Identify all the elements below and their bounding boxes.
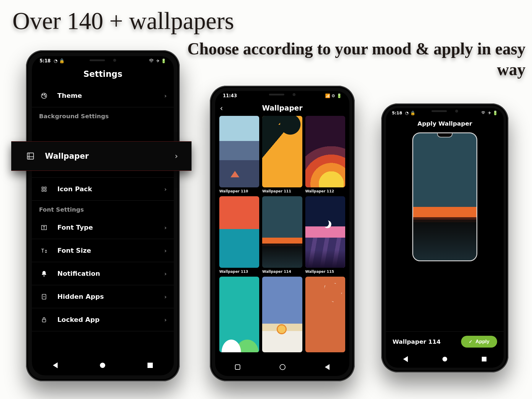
apply-button-label: Apply xyxy=(476,339,489,345)
chevron-right-icon: › xyxy=(175,152,178,160)
marketing-subline: Choose according to your mood & apply in… xyxy=(180,38,525,80)
wallpaper-card[interactable] xyxy=(305,277,345,354)
svg-point-0 xyxy=(41,93,47,98)
apply-button[interactable]: ✓ Apply xyxy=(461,336,497,348)
marketing-headline: Over 140 + wallpapers xyxy=(12,7,234,35)
row-label: Theme xyxy=(57,92,82,99)
row-hidden[interactable]: Hidden Apps › xyxy=(32,285,174,308)
svg-rect-13 xyxy=(27,153,34,159)
check-icon: ✓ xyxy=(469,339,473,344)
wallpaper-label: Wallpaper 114 xyxy=(262,270,302,274)
wallpaper-thumb xyxy=(262,116,302,187)
svg-point-2 xyxy=(44,94,45,95)
status-time: 11:43 xyxy=(223,93,237,98)
wallpaper-card[interactable]: Wallpaper 113 xyxy=(219,196,259,274)
row-label: Wallpaper xyxy=(45,152,89,160)
chevron-right-icon: › xyxy=(164,186,167,193)
row-label: Font Size xyxy=(57,247,91,254)
wallpaper-label: Wallpaper 112 xyxy=(305,189,345,193)
svg-rect-9 xyxy=(45,189,46,191)
wallpaper-card[interactable] xyxy=(262,277,302,354)
nav-recents-icon[interactable] xyxy=(147,363,153,368)
row-label: Font Type xyxy=(57,224,93,231)
nav-home-icon[interactable] xyxy=(442,357,447,361)
section-font: Font Settings xyxy=(32,201,174,216)
wallpaper-thumb xyxy=(219,196,259,268)
status-left-icons: ◔ 🔒 xyxy=(405,111,415,115)
wallpaper-preview xyxy=(412,132,477,261)
settings-list: Theme › Background Settings Select from … xyxy=(32,84,174,355)
svg-rect-7 xyxy=(45,187,46,189)
grid-icon xyxy=(39,186,49,192)
wallpaper-label: Wallpaper 115 xyxy=(305,270,345,274)
wallpaper-card[interactable]: Wallpaper 111 xyxy=(262,116,302,193)
nav-back-icon[interactable] xyxy=(325,364,330,370)
page-title: Wallpaper xyxy=(220,104,345,112)
wallpaper-card[interactable]: Wallpaper 112 xyxy=(305,116,345,193)
wallpaper-label: Wallpaper 111 xyxy=(262,189,302,193)
row-label: Hidden Apps xyxy=(57,293,104,300)
wifi-icon xyxy=(149,59,154,63)
notch xyxy=(427,108,463,114)
wallpaper-thumb xyxy=(305,196,345,268)
svg-rect-8 xyxy=(42,189,44,191)
status-time: 5:18 xyxy=(40,58,51,64)
row-theme[interactable]: Theme › xyxy=(32,84,174,107)
chevron-right-icon: › xyxy=(164,224,167,231)
status-right-icons: ✈ 🔋 xyxy=(488,111,498,115)
wallpaper-thumb xyxy=(305,116,345,187)
wallpaper-thumb xyxy=(262,196,302,268)
nav-back-icon[interactable] xyxy=(403,356,408,362)
svg-point-3 xyxy=(45,95,46,96)
android-navbar xyxy=(386,351,504,368)
android-navbar xyxy=(215,358,349,376)
row-label: Notification xyxy=(57,270,100,277)
wallpaper-card[interactable]: Wallpaper 110 xyxy=(219,116,259,193)
row-fonttype[interactable]: Font Type › xyxy=(32,216,174,239)
wallpaper-thumb xyxy=(305,277,345,352)
status-right-icons: ✈ 🔋 xyxy=(156,59,166,63)
preview-notch xyxy=(437,133,452,137)
row-locked[interactable]: Locked App › xyxy=(32,308,174,331)
status-time: 5:18 xyxy=(392,111,402,115)
wallpaper-label: Wallpaper 113 xyxy=(219,270,259,274)
wallpaper-card[interactable] xyxy=(219,277,259,354)
wallpaper-grid: Wallpaper 110 Wallpaper 111 Wallpaper 11… xyxy=(215,116,349,358)
row-fontsize[interactable]: Font Size › xyxy=(32,239,174,262)
status-left-icons: ◔ 🔒 xyxy=(54,58,65,64)
svg-point-1 xyxy=(43,94,43,95)
hidden-icon xyxy=(39,293,49,300)
chevron-right-icon: › xyxy=(164,92,167,99)
wallpaper-icon xyxy=(25,152,36,160)
nav-recents-icon[interactable] xyxy=(482,357,486,361)
phone-apply-wallpaper: 5:18 ◔ 🔒 ✈ 🔋 Apply Wallpaper Wallpaper 1… xyxy=(381,103,508,372)
nav-home-icon[interactable] xyxy=(280,364,286,370)
section-background: Background Settings xyxy=(32,107,174,123)
nav-recents-icon[interactable] xyxy=(235,364,240,370)
row-iconpack[interactable]: Icon Pack › xyxy=(32,178,174,201)
page-title: Settings xyxy=(32,66,174,84)
row-label: Locked App xyxy=(57,316,100,323)
row-notification[interactable]: Notification › xyxy=(32,262,174,285)
chevron-right-icon: › xyxy=(164,270,167,277)
bell-icon xyxy=(39,270,49,277)
notch xyxy=(260,91,304,98)
android-navbar xyxy=(32,355,174,375)
row-wallpaper-highlighted[interactable]: Wallpaper › xyxy=(11,141,192,171)
chevron-right-icon: › xyxy=(164,316,167,323)
font-type-icon xyxy=(39,224,49,231)
wallpaper-card[interactable]: Wallpaper 114 xyxy=(262,196,302,274)
svg-rect-12 xyxy=(42,319,46,322)
status-right-icons: 📶 ⚙ 🔋 xyxy=(325,93,342,98)
wifi-icon xyxy=(481,111,485,115)
notch xyxy=(76,56,129,64)
selected-wallpaper-name: Wallpaper 114 xyxy=(392,338,441,345)
lock-icon xyxy=(39,317,49,323)
page-title: Apply Wallpaper xyxy=(386,118,504,131)
chevron-right-icon: › xyxy=(164,247,167,254)
nav-home-icon[interactable] xyxy=(100,363,105,368)
wallpaper-thumb xyxy=(262,277,302,352)
nav-back-icon[interactable] xyxy=(53,362,58,368)
phone-settings: 5:18 ◔ 🔒 ✈ 🔋 Settings Theme › Background… xyxy=(26,50,180,381)
wallpaper-card[interactable]: Wallpaper 115 xyxy=(305,196,345,274)
